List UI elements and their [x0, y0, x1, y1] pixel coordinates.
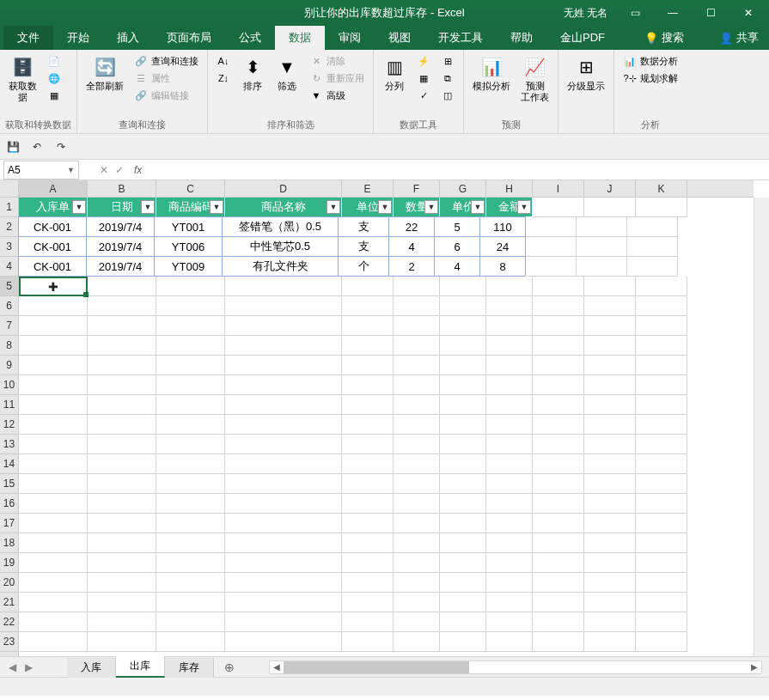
cell[interactable]: [440, 336, 486, 356]
cell[interactable]: 2019/7/4: [86, 256, 155, 277]
cell[interactable]: YT009: [154, 256, 223, 277]
cell[interactable]: CK-001: [18, 256, 87, 277]
maximize-icon[interactable]: ☐: [693, 3, 728, 23]
cell[interactable]: [533, 593, 584, 612]
tab-file[interactable]: 文件: [3, 26, 53, 50]
remove-dup-button[interactable]: ▦: [413, 70, 434, 86]
cell[interactable]: [533, 356, 584, 375]
cell[interactable]: [533, 454, 584, 474]
cell[interactable]: [394, 593, 440, 612]
cell[interactable]: YT006: [154, 236, 223, 257]
row-header[interactable]: 16: [0, 494, 18, 514]
sheet-tab-kucun[interactable]: 库存: [165, 658, 214, 678]
cell[interactable]: 日期▼: [88, 198, 156, 217]
cell[interactable]: [342, 533, 394, 553]
cell[interactable]: [584, 316, 636, 336]
cell[interactable]: [486, 612, 533, 632]
cell[interactable]: 入库单▼: [19, 198, 88, 217]
cell[interactable]: [440, 316, 486, 336]
row-header[interactable]: 21: [0, 593, 18, 612]
cell[interactable]: [342, 553, 394, 573]
sort-az-button[interactable]: A↓: [213, 53, 234, 69]
row-header[interactable]: 4: [0, 257, 18, 277]
cell[interactable]: 个: [338, 256, 389, 277]
cell[interactable]: [88, 494, 156, 514]
row-header[interactable]: 11: [0, 395, 18, 415]
cell[interactable]: [440, 514, 486, 533]
advanced-filter-button[interactable]: ▼高级: [306, 88, 368, 103]
cell[interactable]: [533, 395, 584, 415]
cell[interactable]: [440, 632, 486, 652]
row-header[interactable]: 19: [0, 553, 18, 573]
cell[interactable]: [88, 336, 156, 356]
cell[interactable]: [584, 573, 636, 593]
cell[interactable]: [19, 494, 88, 514]
cell[interactable]: [19, 316, 88, 336]
cell[interactable]: [486, 593, 533, 612]
cell[interactable]: [584, 415, 636, 435]
cell[interactable]: [636, 514, 687, 533]
cell[interactable]: [88, 533, 156, 553]
cell[interactable]: [440, 296, 486, 316]
cell[interactable]: [342, 494, 394, 514]
cell[interactable]: 24: [479, 236, 526, 257]
from-text-button[interactable]: 📄: [44, 53, 64, 69]
cell[interactable]: [394, 533, 440, 553]
cell[interactable]: [394, 573, 440, 593]
cell[interactable]: [533, 375, 584, 395]
cell[interactable]: [636, 277, 687, 296]
column-header[interactable]: B: [88, 180, 156, 197]
cell[interactable]: [156, 533, 225, 553]
select-all-corner[interactable]: [0, 180, 19, 198]
cell[interactable]: [486, 277, 533, 296]
cell[interactable]: [225, 632, 342, 652]
cell[interactable]: [584, 593, 636, 612]
cell[interactable]: [533, 198, 584, 217]
cell[interactable]: [342, 356, 394, 375]
cell[interactable]: [156, 415, 225, 435]
sheet-nav-next[interactable]: ▶: [21, 661, 36, 673]
cell[interactable]: [394, 375, 440, 395]
cell[interactable]: [342, 474, 394, 494]
cell[interactable]: [486, 435, 533, 454]
name-box[interactable]: A5 ▼: [3, 161, 79, 180]
cell[interactable]: [486, 494, 533, 514]
cell[interactable]: [584, 454, 636, 474]
cell[interactable]: 单位▼: [342, 198, 394, 217]
cell[interactable]: [19, 415, 88, 435]
cell[interactable]: [584, 336, 636, 356]
cell[interactable]: [19, 573, 88, 593]
cell[interactable]: [88, 316, 156, 336]
cells-area[interactable]: 入库单▼日期▼商品编码▼商品名称▼单位▼数量▼单价▼金额▼CK-0012019/…: [19, 198, 754, 656]
cell[interactable]: [533, 533, 584, 553]
flash-fill-button[interactable]: ⚡: [413, 53, 434, 69]
cell[interactable]: [584, 494, 636, 514]
cell[interactable]: [533, 316, 584, 336]
ribbon-display-icon[interactable]: ▭: [618, 3, 652, 23]
cell[interactable]: CK-001: [18, 236, 87, 257]
cell[interactable]: [88, 415, 156, 435]
insert-function-button[interactable]: fx: [129, 164, 147, 176]
row-header[interactable]: 23: [0, 632, 18, 652]
cell[interactable]: [225, 494, 342, 514]
column-header[interactable]: A: [19, 180, 88, 197]
user-name[interactable]: 无姓 无名: [564, 6, 607, 21]
scroll-left-button[interactable]: ◀: [270, 662, 284, 672]
cell[interactable]: [156, 296, 225, 316]
cell[interactable]: [342, 632, 394, 652]
cell[interactable]: [225, 573, 342, 593]
queries-connections-button[interactable]: 🔗查询和连接: [131, 53, 202, 69]
cell[interactable]: [88, 277, 156, 296]
cell[interactable]: [636, 612, 687, 632]
cell[interactable]: 支: [338, 216, 389, 237]
cell[interactable]: [225, 375, 342, 395]
cell[interactable]: [225, 474, 342, 494]
cell[interactable]: [19, 612, 88, 632]
cell[interactable]: [533, 573, 584, 593]
cell[interactable]: [440, 415, 486, 435]
filter-dropdown-button[interactable]: ▼: [378, 200, 392, 214]
cell[interactable]: [584, 553, 636, 573]
cell[interactable]: [440, 474, 486, 494]
cell[interactable]: [440, 494, 486, 514]
cell[interactable]: [156, 435, 225, 454]
